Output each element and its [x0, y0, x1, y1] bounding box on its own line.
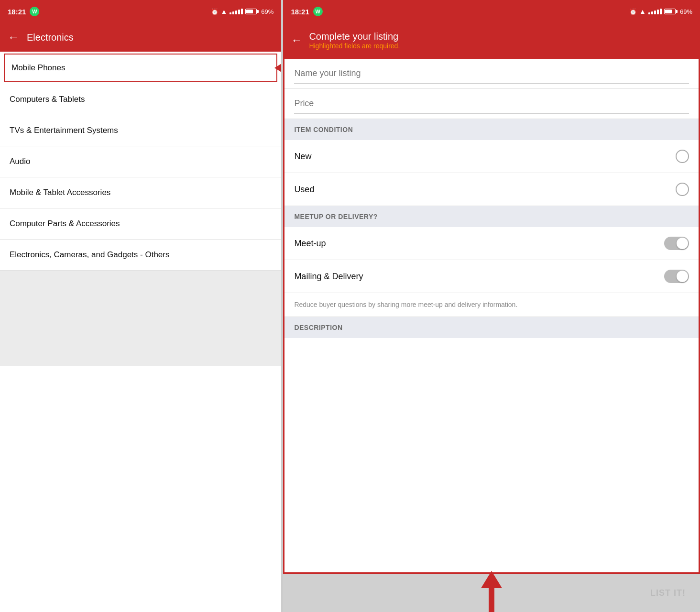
- delivery-info-text: Reduce buyer questions by sharing more m…: [284, 293, 699, 317]
- right-battery-percent: 69%: [680, 8, 692, 15]
- category-item-computers-tablets[interactable]: Computers & Tablets: [0, 84, 281, 115]
- right-panel: 18:21 W ⏰ ▲ 69% ← Complete your: [283, 0, 700, 612]
- condition-new-label: New: [294, 152, 311, 162]
- category-label: Audio: [10, 157, 30, 166]
- signal-icon: [230, 9, 243, 14]
- category-item-audio[interactable]: Audio: [0, 146, 281, 177]
- list-it-button[interactable]: LIST IT!: [650, 588, 686, 598]
- battery-percent: 69%: [261, 8, 273, 15]
- meetup-toggle-row[interactable]: Meet-up: [284, 227, 699, 260]
- required-text: fields are required.: [342, 42, 400, 50]
- left-bottom-gray: [0, 271, 281, 366]
- left-back-button[interactable]: ←: [8, 31, 19, 44]
- price-input[interactable]: [294, 98, 689, 114]
- left-top-bar: ← Electronics: [0, 23, 281, 52]
- item-condition-header: ITEM CONDITION: [284, 119, 699, 140]
- condition-new-radio[interactable]: [676, 150, 689, 163]
- category-label: Mobile & Tablet Accessories: [10, 188, 110, 197]
- left-status-icons: ⏰ ▲ 69%: [211, 8, 274, 15]
- category-label: Electronics, Cameras, and Gadgets - Othe…: [10, 250, 169, 259]
- right-back-button[interactable]: ←: [291, 33, 302, 47]
- right-time: 18:21: [291, 8, 309, 16]
- condition-used-radio[interactable]: [676, 183, 689, 196]
- right-header-text: Complete your listing Highlighted fields…: [309, 31, 400, 50]
- category-label: TVs & Entertainment Systems: [10, 126, 118, 135]
- left-panel: 18:21 W ⏰ ▲ 69% ← Electronics: [0, 0, 281, 612]
- right-alarm-icon: ⏰: [629, 8, 637, 15]
- meetup-label: Meet-up: [294, 239, 326, 249]
- mailing-toggle-row[interactable]: Mailing & Delivery: [284, 260, 699, 293]
- wifi-icon: ▲: [221, 8, 228, 15]
- category-item-tvs-entertainment[interactable]: TVs & Entertainment Systems: [0, 115, 281, 146]
- right-top-bar: ← Complete your listing Highlighted fiel…: [283, 23, 700, 57]
- condition-used-row[interactable]: Used: [284, 173, 699, 206]
- up-arrow-body: [489, 588, 494, 612]
- right-battery-icon: [664, 9, 678, 14]
- name-field-container: [284, 59, 699, 89]
- delivery-header: MEETUP OR DELIVERY?: [284, 206, 699, 227]
- category-list: Mobile Phones Computers & Tablets TVs & …: [0, 52, 281, 612]
- whatsapp-icon: W: [30, 7, 39, 16]
- bottom-bar: LIST IT!: [283, 574, 700, 612]
- mailing-label: Mailing & Delivery: [294, 272, 363, 282]
- name-input[interactable]: [294, 68, 689, 84]
- right-whatsapp-icon: W: [313, 7, 323, 16]
- category-item-computer-parts[interactable]: Computer Parts & Accessories: [0, 208, 281, 240]
- category-label: Computer Parts & Accessories: [10, 219, 120, 228]
- up-arrow-head: [481, 571, 502, 588]
- right-status-icons: ⏰ ▲ 69%: [629, 8, 692, 15]
- category-label: Computers & Tablets: [10, 95, 85, 104]
- meetup-toggle[interactable]: [664, 237, 689, 250]
- left-screen-title: Electronics: [27, 32, 74, 43]
- condition-new-row[interactable]: New: [284, 140, 699, 173]
- form-container: ITEM CONDITION New Used MEETUP OR DELIVE…: [283, 57, 700, 574]
- up-arrow-annotation: [481, 571, 502, 612]
- category-item-mobile-phones[interactable]: Mobile Phones: [4, 54, 277, 82]
- right-wifi-icon: ▲: [639, 8, 646, 15]
- right-screen-title: Complete your listing: [309, 31, 400, 42]
- mailing-toggle[interactable]: [664, 270, 689, 283]
- right-screen-subtitle: Highlighted fields are required.: [309, 42, 400, 50]
- right-signal-icon: [648, 9, 662, 14]
- description-header: DESCRIPTION: [284, 317, 699, 338]
- battery-icon: [245, 9, 259, 14]
- highlighted-label: Highlighted: [309, 42, 342, 50]
- left-time: 18:21: [8, 8, 26, 16]
- left-status-bar: 18:21 W ⏰ ▲ 69%: [0, 0, 281, 23]
- condition-used-label: Used: [294, 185, 314, 195]
- price-field-container: [284, 89, 699, 119]
- alarm-icon: ⏰: [211, 8, 219, 15]
- right-status-bar: 18:21 W ⏰ ▲ 69%: [283, 0, 700, 23]
- category-item-electronics-others[interactable]: Electronics, Cameras, and Gadgets - Othe…: [0, 240, 281, 271]
- category-label: Mobile Phones: [11, 63, 65, 72]
- category-item-mobile-tablet-accessories[interactable]: Mobile & Tablet Accessories: [0, 177, 281, 208]
